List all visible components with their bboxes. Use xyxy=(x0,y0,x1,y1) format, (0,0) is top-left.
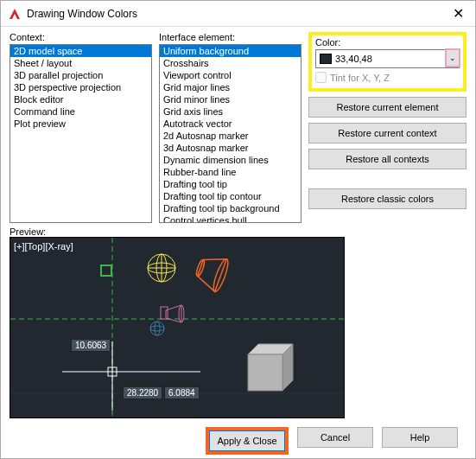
svg-point-17 xyxy=(150,326,164,331)
svg-point-18 xyxy=(155,322,160,335)
cancel-button[interactable]: Cancel xyxy=(297,427,373,448)
help-button[interactable]: Help xyxy=(382,427,458,448)
list-item[interactable]: 2d Autosnap marker xyxy=(160,130,301,142)
list-item[interactable]: 3D parallel projection xyxy=(10,69,151,81)
list-item[interactable]: Uniform background xyxy=(160,45,301,57)
dialog-buttons: Apply & Close Cancel Help xyxy=(10,427,466,455)
autocad-logo xyxy=(8,7,22,21)
svg-point-16 xyxy=(150,322,164,335)
list-item[interactable]: 3d Autosnap marker xyxy=(160,142,301,154)
svg-rect-21 xyxy=(248,354,282,391)
restore-current-element-button[interactable]: Restore current element xyxy=(308,97,466,118)
tint-checkbox[interactable] xyxy=(315,72,327,83)
interface-listbox[interactable]: Uniform background Crosshairs Viewport c… xyxy=(159,44,301,223)
svg-rect-6 xyxy=(101,265,111,276)
coord-y-value: 6.0884 xyxy=(164,386,200,399)
tint-label: Tint for X, Y, Z xyxy=(330,73,390,83)
color-picker[interactable]: 33,40,48 ⌄ xyxy=(315,49,460,68)
apply-button-highlight: Apply & Close xyxy=(206,427,289,455)
tint-checkbox-row[interactable]: Tint for X, Y, Z xyxy=(315,72,460,83)
context-label: Context: xyxy=(10,32,152,42)
list-item[interactable]: Grid axis lines xyxy=(160,105,301,118)
list-item[interactable]: Block editor xyxy=(10,93,151,105)
color-label: Color: xyxy=(315,37,460,48)
list-item[interactable]: Grid minor lines xyxy=(160,93,301,105)
list-item[interactable]: Command line xyxy=(10,105,151,118)
chevron-down-icon[interactable]: ⌄ xyxy=(445,48,460,67)
list-item[interactable]: Sheet / layout xyxy=(10,57,151,69)
list-item[interactable]: Autotrack vector xyxy=(160,118,301,130)
interface-label: Interface element: xyxy=(159,32,301,42)
coord-x-value: 28.2280 xyxy=(123,386,162,399)
list-item[interactable]: Grid major lines xyxy=(160,81,301,93)
restore-all-contexts-button[interactable]: Restore all contexts xyxy=(308,149,466,169)
interface-column: Interface element: Uniform background Cr… xyxy=(159,32,301,223)
list-item[interactable]: Drafting tool tip background xyxy=(160,202,301,214)
color-column: Color: 33,40,48 ⌄ Tint for X, Y, Z Resto… xyxy=(308,32,466,223)
restore-current-context-button[interactable]: Restore current context xyxy=(308,123,466,143)
context-listbox[interactable]: 2D model space Sheet / layout 3D paralle… xyxy=(10,44,152,223)
window-title: Drawing Window Colors xyxy=(27,8,447,20)
list-item[interactable]: Control vertices hull xyxy=(160,214,301,223)
preview-canvas: [+][Top][X-ray] xyxy=(10,237,345,418)
list-item[interactable]: 2D model space xyxy=(10,45,151,57)
tooltip-value: 10.6063 xyxy=(71,339,111,352)
context-column: Context: 2D model space Sheet / layout 3… xyxy=(10,32,152,223)
close-icon[interactable]: ✕ xyxy=(447,5,468,22)
preview-label: Preview: xyxy=(10,226,466,237)
restore-classic-colors-button[interactable]: Restore classic colors xyxy=(308,188,466,209)
svg-rect-15 xyxy=(161,307,168,319)
list-item[interactable]: Crosshairs xyxy=(160,57,301,69)
list-item[interactable]: Dynamic dimension lines xyxy=(160,154,301,166)
list-item[interactable]: Drafting tool tip xyxy=(160,178,301,190)
apply-close-button[interactable]: Apply & Close xyxy=(209,430,285,451)
list-item[interactable]: Drafting tool tip contour xyxy=(160,190,301,202)
list-item[interactable]: 3D perspective projection xyxy=(10,81,151,93)
color-swatch xyxy=(320,54,332,64)
list-item[interactable]: Plot preview xyxy=(10,118,151,130)
color-section-highlight: Color: 33,40,48 ⌄ Tint for X, Y, Z xyxy=(308,32,466,92)
titlebar: Drawing Window Colors ✕ xyxy=(1,1,475,27)
list-item[interactable]: Rubber-band line xyxy=(160,166,301,178)
list-item[interactable]: Viewport control xyxy=(160,69,301,81)
color-value: 33,40,48 xyxy=(335,54,459,64)
